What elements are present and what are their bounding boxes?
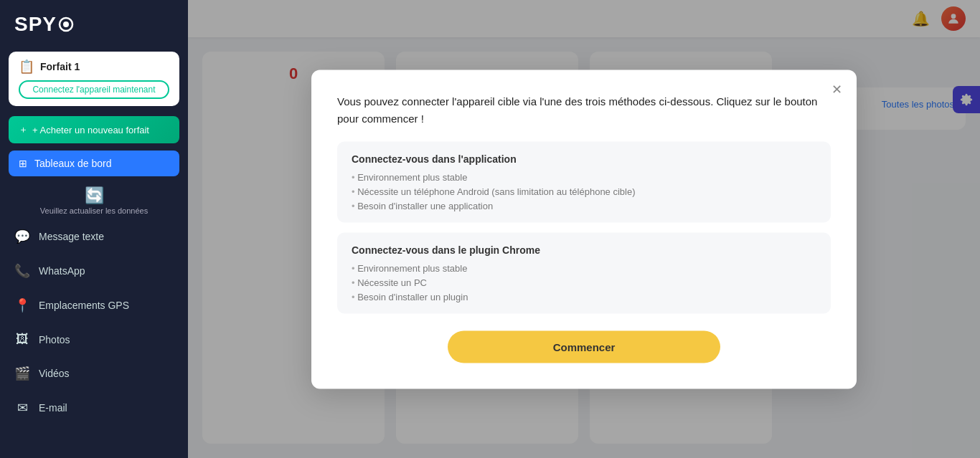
sidebar-item-emplacements-gps[interactable]: 📍 Emplacements GPS xyxy=(0,288,188,323)
logo-area: SPY xyxy=(0,0,188,46)
forfait-card: 📋 Forfait 1 Connectez l'appareil mainten… xyxy=(9,52,179,106)
option-app-title: Connectez-vous dans l'application xyxy=(352,153,816,164)
option-plugin-bullet-3: Besoin d'installer un plugin xyxy=(352,291,816,302)
modal-close-button[interactable]: ✕ xyxy=(831,81,842,97)
sidebar-item-whatsapp[interactable]: 📞 WhatsApp xyxy=(0,254,188,288)
option-plugin-card: Connectez-vous dans le plugin Chrome Env… xyxy=(337,232,831,313)
option-plugin-title: Connectez-vous dans le plugin Chrome xyxy=(352,244,816,255)
option-app-list: Environnement plus stable Nécessite un t… xyxy=(352,171,816,211)
refresh-section: 🔄 Veuillez actualiser les données xyxy=(0,179,188,219)
option-plugin-bullet-2: Nécessite un PC xyxy=(352,277,816,287)
sidebar-item-videos[interactable]: 🎬 Vidéos xyxy=(0,356,188,391)
logo-icon xyxy=(58,16,74,32)
email-icon: ✉ xyxy=(14,400,30,416)
option-app-bullet-3: Besoin d'installer une application xyxy=(352,200,816,211)
forfait-icon: 📋 xyxy=(19,59,34,75)
sidebar: SPY 📋 Forfait 1 Connectez l'appareil mai… xyxy=(0,0,188,458)
option-app-bullet-2: Nécessite un téléphone Android (sans lim… xyxy=(352,186,816,196)
grid-icon: ⊞ xyxy=(19,158,27,169)
sidebar-item-email[interactable]: ✉ E-mail xyxy=(0,391,188,425)
new-forfait-button[interactable]: ＋ + Acheter un nouveau forfait xyxy=(9,116,179,143)
logo-text: SPY xyxy=(14,13,57,36)
svg-point-1 xyxy=(63,22,69,27)
photos-icon: 🖼 xyxy=(14,332,30,347)
plus-icon: ＋ xyxy=(19,123,28,136)
videos-icon: 🎬 xyxy=(14,366,30,381)
forfait-title: 📋 Forfait 1 xyxy=(19,59,169,75)
commencer-button[interactable]: Commencer xyxy=(448,330,720,363)
connection-modal: ✕ Vous pouvez connecter l'appareil cible… xyxy=(311,70,857,388)
modal-intro-text: Vous pouvez connecter l'appareil cible v… xyxy=(337,92,831,127)
sidebar-item-message-texte[interactable]: 💬 Message texte xyxy=(0,219,188,254)
sidebar-menu: 💬 Message texte 📞 WhatsApp 📍 Emplacement… xyxy=(0,219,188,458)
option-plugin-list: Environnement plus stable Nécessite un P… xyxy=(352,262,816,302)
option-plugin-bullet-1: Environnement plus stable xyxy=(352,262,816,273)
tableaux-de-bord-button[interactable]: ⊞ Tableaux de bord xyxy=(9,151,179,176)
option-app-card: Connectez-vous dans l'application Enviro… xyxy=(337,141,831,222)
refresh-icon: 🔄 xyxy=(85,186,104,205)
main-content: 🔔 0 📧 0 E-mail récentes Toutes les photo… xyxy=(188,0,980,458)
sidebar-item-photos[interactable]: 🖼 Photos xyxy=(0,323,188,356)
whatsapp-icon: 📞 xyxy=(14,263,30,279)
connect-device-button[interactable]: Connectez l'appareil maintenant xyxy=(19,80,169,99)
gps-icon: 📍 xyxy=(14,297,30,313)
message-texte-icon: 💬 xyxy=(14,229,30,244)
option-app-bullet-1: Environnement plus stable xyxy=(352,171,816,182)
